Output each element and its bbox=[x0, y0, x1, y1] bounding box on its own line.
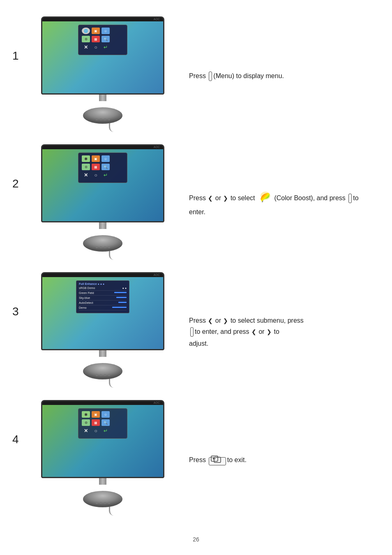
stand-dots-3 bbox=[82, 374, 123, 376]
submenu-row-5: Demo bbox=[79, 306, 127, 310]
osd-icon-face: ☺ bbox=[101, 28, 110, 34]
step-2-to-select: to select bbox=[231, 194, 257, 201]
step-3-adjust: adjust. bbox=[189, 340, 208, 347]
osd-icon-grid: ▦ bbox=[92, 36, 100, 42]
monitor-1-screen: 🌐 ▣ ☺ ⚙ ▦ 🔍 ✕ ○ bbox=[42, 21, 163, 95]
dot-4b bbox=[100, 502, 102, 504]
arrow-left-3b: ❮ bbox=[251, 328, 256, 335]
svg-rect-7 bbox=[214, 457, 221, 462]
page-number: 26 bbox=[12, 536, 380, 543]
submenu-title: Full Enhance ● ● ● bbox=[79, 282, 127, 285]
osd2-row-1: ✱ ▣ ☺ bbox=[82, 155, 124, 162]
step-4-monitor: AOC ✱ ▣ ☺ ⚙ ▦ 🔍 bbox=[33, 400, 173, 516]
stand-base-area-3 bbox=[82, 357, 123, 379]
stand-dots-4 bbox=[82, 502, 123, 504]
step-3-text: Press ❮ or ❯ to select submenu, press to… bbox=[189, 315, 371, 349]
step-1-number: 1 bbox=[12, 16, 33, 62]
submenu-label-3: Sky-blue bbox=[79, 296, 90, 299]
arrow-right-3b: ❯ bbox=[267, 328, 272, 335]
step-2-instruction: Press ❮ or ❯ to select bbox=[173, 178, 380, 226]
step-1-rest: (Menu) to display menu. bbox=[213, 72, 284, 79]
stand-1 bbox=[41, 94, 164, 132]
dot-1c bbox=[104, 118, 106, 120]
submenu-row-3: Sky-blue bbox=[79, 296, 127, 301]
monitor-2: AOC ✱ ▣ ☺ ⚙ ▦ 🔍 bbox=[41, 144, 164, 260]
osd4-row-3: ✕ ○ ↵ bbox=[82, 428, 124, 434]
step-3-instruction: Press ❮ or ❯ to select submenu, press to… bbox=[173, 303, 380, 357]
step-3-monitor: AOC Full Enhance ● ● ● sRGB Demo ● ● Gre… bbox=[33, 272, 173, 388]
osd2-icon-img: ▣ bbox=[92, 155, 100, 162]
step-4-press: Press bbox=[189, 456, 208, 463]
step-2-color-boost-label: (Color Boost), and press bbox=[274, 194, 347, 201]
step-3-to-select-sub: to select submenu, press bbox=[231, 317, 304, 324]
dot-3c bbox=[104, 374, 106, 376]
arrow-right-3a: ❯ bbox=[223, 317, 228, 324]
stand-neck-1 bbox=[99, 94, 106, 101]
dot-4d bbox=[108, 502, 110, 504]
svg-point-4 bbox=[83, 363, 122, 379]
step-4-instruction: Press to exit. bbox=[173, 442, 380, 474]
step-4-text: Press to exit. bbox=[189, 454, 371, 466]
dot-2a bbox=[96, 246, 98, 248]
osd-icon-settings: ⚙ bbox=[82, 36, 90, 42]
osd-menu-4: ✱ ▣ ☺ ⚙ ▦ 🔍 ✕ ○ bbox=[78, 408, 127, 439]
osd2-icon-o: ○ bbox=[92, 172, 100, 178]
osd4-icon-img: ▣ bbox=[92, 411, 100, 418]
submenu-bar-5 bbox=[112, 307, 127, 308]
monitor-4-screen: ✱ ▣ ☺ ⚙ ▦ 🔍 ✕ ○ bbox=[42, 405, 163, 478]
submenu-label-4: AutoDetect bbox=[79, 301, 93, 304]
osd2-icon-x: ✕ bbox=[82, 172, 90, 178]
step-4-to-exit: to exit. bbox=[227, 456, 247, 463]
osd-row-2: ⚙ ▦ 🔍 bbox=[82, 36, 124, 42]
step-3-to-enter: to enter, and press bbox=[195, 328, 251, 335]
step-2-row: 2 AOC ✱ ▣ ☺ ⚙ ▦ bbox=[12, 144, 380, 260]
svg-point-1 bbox=[83, 235, 122, 252]
submenu-row-1: sRGB Demo ● ● bbox=[79, 287, 127, 291]
stand-base-area-4 bbox=[82, 485, 123, 507]
step-1-row: 1 AOC 🌐 ▣ ☺ ⚙ bbox=[12, 16, 380, 132]
stand-dots-1 bbox=[82, 118, 123, 120]
dot-2c bbox=[104, 246, 106, 248]
monitor-3-screen: Full Enhance ● ● ● sRGB Demo ● ● Green F… bbox=[42, 277, 163, 350]
step-1-press: Press bbox=[189, 72, 208, 79]
osd-icon-search: 🔍 bbox=[101, 36, 110, 42]
osd4-icon-star: ✱ bbox=[82, 411, 90, 418]
osd-icon-x: ✕ bbox=[82, 44, 90, 51]
stand-base-area-1 bbox=[82, 101, 123, 124]
menu-button-1 bbox=[209, 72, 212, 81]
submenu-bar-4 bbox=[118, 302, 127, 303]
stand-neck-2 bbox=[99, 222, 106, 229]
submenu-label-5: Demo bbox=[79, 306, 87, 309]
osd2-row-3: ✕ ○ ↵ bbox=[82, 172, 124, 178]
aoc-label-2: AOC bbox=[42, 146, 163, 149]
osd4-icon-face: ☺ bbox=[101, 411, 110, 418]
step-3-number: 3 bbox=[12, 272, 33, 318]
aoc-label-3: AOC bbox=[42, 273, 163, 277]
submenu-bar-3 bbox=[116, 297, 127, 298]
osd2-icon-star: ✱ bbox=[82, 155, 90, 162]
stand-neck-3 bbox=[99, 349, 106, 357]
submenu-val-1: ● ● bbox=[122, 287, 127, 289]
osd2-icon-settings: ⚙ bbox=[82, 164, 90, 170]
osd4-icon-x: ✕ bbox=[82, 428, 90, 434]
step-1-monitor: AOC 🌐 ▣ ☺ ⚙ ▦ 🔍 bbox=[33, 16, 173, 132]
dot-3d bbox=[108, 374, 110, 376]
step-4-row: 4 AOC ✱ ▣ ☺ ⚙ ▦ bbox=[12, 400, 380, 516]
step-4-number: 4 bbox=[12, 400, 33, 446]
osd4-icon-grid: ▦ bbox=[92, 419, 100, 426]
dot-2b bbox=[100, 246, 102, 248]
osd2-icon-face: ☺ bbox=[101, 155, 110, 162]
step-3-or-2: or bbox=[258, 328, 266, 335]
page-container: 1 AOC 🌐 ▣ ☺ ⚙ bbox=[0, 0, 392, 555]
menu-button-2 bbox=[348, 194, 352, 203]
step-1-text: Press (Menu) to display menu. bbox=[189, 70, 371, 82]
submenu-bar-2 bbox=[114, 292, 127, 293]
stand-neck-4 bbox=[99, 477, 106, 485]
osd4-row-2: ⚙ ▦ 🔍 bbox=[82, 419, 124, 426]
osd2-icon-arrow: ↵ bbox=[101, 172, 110, 178]
osd4-icon-arrow: ↵ bbox=[101, 428, 110, 434]
dot-1d bbox=[108, 118, 110, 120]
stand-base-area-2 bbox=[82, 229, 123, 252]
osd-icon-img-1: ▣ bbox=[92, 28, 100, 34]
dot-4a bbox=[96, 502, 98, 504]
